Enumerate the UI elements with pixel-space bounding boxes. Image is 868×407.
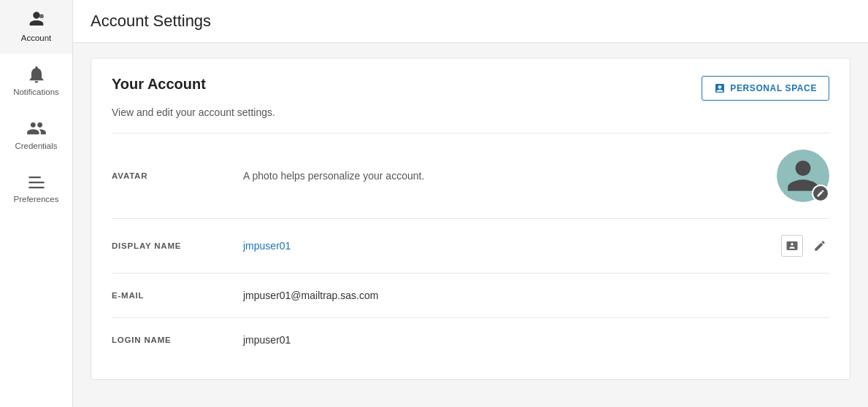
sidebar-notifications-label: Notifications [13,88,59,98]
preferences-icon [26,171,47,192]
avatar-field-value: A photo helps personalize your account. [243,170,777,182]
page-header: Account Settings [73,0,868,43]
page-title: Account Settings [91,12,850,31]
sidebar-item-preferences[interactable]: Preferences [0,161,72,215]
display-name-label: DISPLAY NAME [112,241,243,250]
sidebar: Account Notifications Credentials Prefer… [0,0,73,407]
avatar-edit-button[interactable] [812,185,829,202]
personal-space-icon [714,82,726,94]
sidebar-item-account[interactable]: Account [0,0,72,54]
id-card-icon [786,239,799,252]
account-card: Your Account PERSONAL SPACE View and edi… [91,58,850,380]
sidebar-item-notifications[interactable]: Notifications [0,54,72,108]
content-area: Your Account PERSONAL SPACE View and edi… [73,43,868,407]
sidebar-account-label: Account [21,34,52,44]
main-content: Account Settings Your Account PERSONAL S… [73,0,868,407]
display-name-id-button[interactable] [781,235,803,257]
display-name-value: jmpuser01 [243,240,781,252]
sidebar-preferences-label: Preferences [13,195,58,205]
sidebar-credentials-label: Credentials [15,142,57,152]
email-row: E-MAIL jmpuser01@mailtrap.sas.com [112,274,829,318]
pencil-icon [816,189,825,198]
card-header: Your Account PERSONAL SPACE [112,76,829,101]
svg-point-0 [39,14,44,18]
display-name-actions [781,235,829,257]
edit-pencil-icon [813,239,826,252]
login-name-value: jmpuser01 [243,334,829,346]
notifications-icon [26,64,47,85]
avatar-row: AVATAR A photo helps personalize your ac… [112,133,829,219]
login-name-row: LOGIN NAME jmpuser01 [112,318,829,362]
sidebar-item-credentials[interactable]: Credentials [0,108,72,162]
login-name-label: LOGIN NAME [112,336,243,344]
email-label: E-MAIL [112,291,243,300]
card-subtitle: View and edit your account settings. [112,106,829,118]
email-value: jmpuser01@mailtrap.sas.com [243,290,829,301]
display-name-row: DISPLAY NAME jmpuser01 [112,219,829,274]
credentials-icon [26,118,47,139]
account-icon [26,10,47,31]
personal-space-label: PERSONAL SPACE [730,83,817,93]
avatar-container [777,150,829,202]
card-title: Your Account [112,76,206,93]
display-name-edit-button[interactable] [810,236,829,255]
personal-space-button[interactable]: PERSONAL SPACE [702,76,829,101]
avatar-field-label: AVATAR [112,171,243,180]
